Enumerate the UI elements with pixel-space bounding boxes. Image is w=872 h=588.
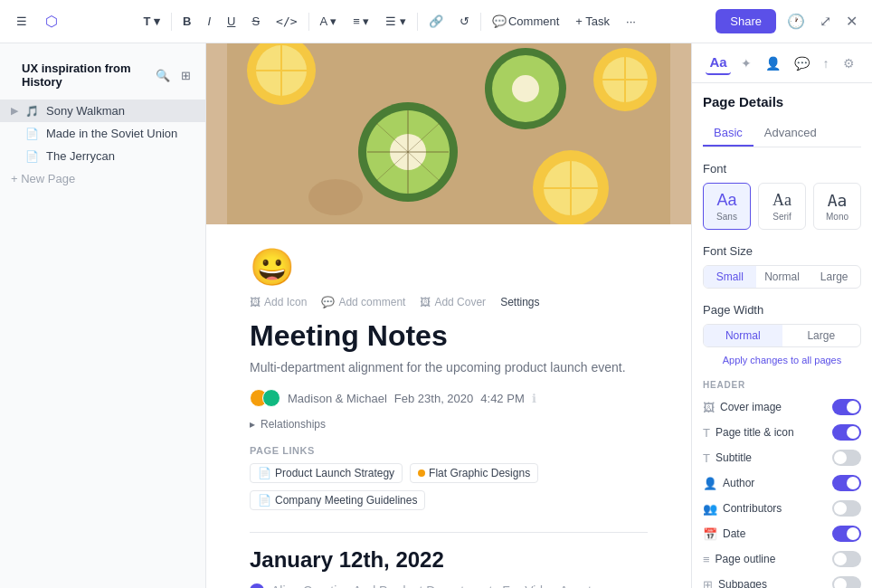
menu-button[interactable]: ☰ [11,11,33,32]
toggle-page-outline-switch[interactable] [832,551,861,567]
toggle-author-switch[interactable] [832,475,861,491]
toggle-subtitle-label: T Subtitle [703,451,752,465]
toggle-page-title-switch[interactable] [832,424,861,441]
toggle-subpages-switch[interactable] [832,576,861,588]
toggle-subpages: ⊞ Subpages [703,576,861,588]
font-color-button[interactable]: A ▾ [315,11,343,32]
link-product-launch[interactable]: 📄 Product Launch Strategy [250,463,403,483]
link-company-meeting[interactable]: 📄 Company Meeting Guidelines [250,490,425,510]
author-icon: 👤 [703,477,717,490]
separator-1 [171,13,172,31]
toggle-page-title-label: T Page title & icon [703,426,794,440]
page-subtitle: Multi-department alignment for the upcom… [250,360,648,375]
panel-tab-settings[interactable]: ⚙ [839,52,858,74]
page-width-label: Page Width [703,303,861,317]
meta-date: Feb 23th, 2020 [394,392,473,405]
panel-tabs: Aa ✦ 👤 💬 ↑ ⚙ [692,43,872,83]
panel-tab-user[interactable]: 👤 [762,52,784,74]
link-flat-graphic[interactable]: Flat Graphic Designs [410,463,538,483]
font-serif[interactable]: Aa Serif [758,183,806,230]
more-button[interactable]: ··· [621,11,641,32]
link-icon-1: 📄 [258,467,271,479]
bold-button[interactable]: B [177,11,196,32]
separator-2 [308,13,309,31]
panel-tab-aa[interactable]: Aa [706,51,730,75]
strikethrough-button[interactable]: S [246,11,265,32]
toggle-date-switch[interactable] [832,526,861,542]
toolbar-center: T ▾ B I U S </> A ▾ ≡ ▾ ☰ ▾ 🔗 ↺ 💬 Commen… [71,11,708,32]
link-button[interactable]: 🔗 [423,11,449,32]
page-links-label: PAGE LINKS [250,445,648,456]
comment-button[interactable]: 💬 Comment [487,11,564,32]
history-button[interactable]: 🕐 [783,9,809,33]
text-format-button[interactable]: T ▾ [137,11,166,32]
contributors-icon: 👥 [703,502,717,516]
content-area: 😀 🖼 Add Icon 💬 Add comment 🖼 Add Cover S… [206,43,691,588]
toggle-contributors-switch[interactable] [832,500,861,517]
list-button[interactable]: ☰ ▾ [380,11,412,32]
rotate-button[interactable]: ↺ [454,11,475,32]
author-names: Madison & Michael [288,392,387,405]
tab-advanced[interactable]: Advanced [754,120,828,147]
avatar-2 [262,389,280,407]
font-sample-mono: Aa [818,191,857,210]
panel-tab-star[interactable]: ✦ [737,52,755,74]
fullscreen-button[interactable]: ⤢ [816,9,835,33]
check-icon-0: ✓ [250,583,264,588]
logo-button[interactable]: ⬡ [40,9,63,33]
author-avatars [250,389,280,407]
close-button[interactable]: ✕ [842,9,861,33]
task-button[interactable]: + Task [570,11,615,32]
panel-tab-upload[interactable]: ↑ [820,52,833,74]
separator-4 [480,13,481,31]
sidebar-item-soviet-union[interactable]: 📄 Made in the Soviet Union [0,122,205,145]
sidebar-item-label: The Jerrycan [46,149,115,163]
underline-button[interactable]: U [222,11,241,32]
font-sans[interactable]: Aa Sans [703,183,751,230]
toolbar: ☰ ⬡ T ▾ B I U S </> A ▾ ≡ ▾ ☰ ▾ 🔗 ↺ 💬 Co… [0,0,872,43]
toggle-contributors: 👥 Contributors [703,500,861,517]
sidebar: UX inspiration from History 🔍 ⊞ ▶ 🎵 Sony… [0,43,206,588]
page-width-options: Normal Large [703,324,861,347]
size-large[interactable]: Large [808,266,860,288]
align-button[interactable]: ≡ ▾ [347,11,374,32]
add-comment-button[interactable]: 💬 Add comment [321,296,405,308]
tag-row: ▸ Relationships [250,418,648,431]
sidebar-search-button[interactable]: 🔍 [152,65,174,86]
right-panel: Aa ✦ 👤 💬 ↑ ⚙ Page Details Basic Advanced… [691,43,872,588]
width-large[interactable]: Large [782,325,861,346]
sidebar-item-sony-walkman[interactable]: ▶ 🎵 Sony Walkman [0,100,205,122]
settings-button[interactable]: Settings [500,296,539,308]
share-button[interactable]: Share [716,9,776,33]
date-heading: January 12th, 2022 [250,547,648,573]
panel-tab-comment[interactable]: 💬 [791,52,813,74]
relationships-toggle[interactable]: ▸ [250,418,255,431]
add-icon-button[interactable]: 🖼 Add Icon [250,296,307,308]
apply-changes-link[interactable]: Apply changes to all pages [703,355,861,365]
tab-basic[interactable]: Basic [703,120,754,147]
sidebar-new-page[interactable]: + New Page [0,167,205,190]
checklist-item-0[interactable]: ✓ Align Creative And Product Departments… [250,583,648,588]
width-normal[interactable]: Normal [704,325,782,346]
add-cover-button[interactable]: 🖼 Add Cover [420,296,486,308]
date-icon: 📅 [703,527,717,541]
page-body: 😀 🖼 Add Icon 💬 Add comment 🖼 Add Cover S… [206,224,691,588]
new-page-label: + New Page [11,172,75,185]
toggle-cover-image-switch[interactable] [832,399,861,415]
toggle-subtitle-switch[interactable] [832,450,861,466]
font-mono[interactable]: Aa Mono [813,183,861,230]
svg-point-23 [308,179,363,215]
toggle-date-label: 📅 Date [703,527,745,541]
sidebar-item-jerrycan[interactable]: 📄 The Jerrycan [0,145,205,167]
toolbar-right: Share 🕐 ⤢ ✕ [716,9,861,33]
size-normal[interactable]: Normal [756,266,809,288]
italic-button[interactable]: I [202,11,216,32]
sidebar-grid-button[interactable]: ⊞ [177,65,194,86]
toggle-page-outline: ≡ Page outline [703,551,861,567]
code-button[interactable]: </> [270,11,302,32]
main-layout: UX inspiration from History 🔍 ⊞ ▶ 🎵 Sony… [0,43,872,588]
sidebar-item-label: Sony Walkman [46,104,125,118]
page-actions: 🖼 Add Icon 💬 Add comment 🖼 Add Cover Set… [250,296,648,308]
size-small[interactable]: Small [704,266,756,288]
check-text-0: Align Creative And Product Departments F… [271,583,592,588]
